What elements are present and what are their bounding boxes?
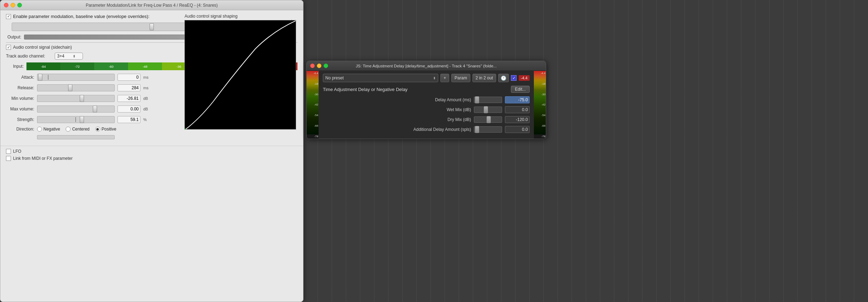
- min-volume-slider[interactable]: [37, 95, 115, 102]
- js-maximize-button[interactable]: [324, 64, 328, 68]
- vu-label-6: -66: [307, 124, 318, 127]
- direction-negative[interactable]: Negative: [37, 127, 60, 132]
- js-content: -4.4 -18 -30 -42 -54 -66 -78 No preset ⬍: [307, 71, 546, 139]
- baseline-slider-thumb[interactable]: [150, 23, 154, 30]
- track-channel-select[interactable]: 3+4 ⬍: [55, 53, 83, 60]
- min-volume-label: Min volume:: [6, 96, 34, 101]
- release-value-input[interactable]: [117, 84, 140, 91]
- wet-mix-input[interactable]: [505, 106, 530, 113]
- preset-arrow-icon: ⬍: [433, 76, 436, 80]
- enable-checkbox[interactable]: ✓: [6, 14, 11, 19]
- additional-slider-thumb[interactable]: [475, 126, 479, 133]
- edit-button[interactable]: Edit...: [511, 86, 530, 93]
- meter-seg-1: -84: [26, 62, 60, 70]
- vu-label-3: -30: [307, 93, 318, 96]
- left-vu-meter: -4.4 -18 -30 -42 -54 -66 -78: [307, 71, 319, 139]
- shaping-svg: [185, 20, 296, 129]
- js-enable-checkbox[interactable]: ✓: [511, 75, 517, 81]
- minimize-button[interactable]: [11, 3, 15, 7]
- direction-centered[interactable]: Centered: [66, 127, 89, 132]
- max-volume-label: Max volume:: [6, 107, 34, 111]
- plugin-title-row: Time Adjustment Delay or Negative Delay …: [323, 86, 530, 93]
- release-label: Release:: [6, 85, 34, 90]
- enable-label: Enable parameter modulation, baseline va…: [13, 14, 150, 19]
- radio-negative[interactable]: [37, 127, 42, 132]
- dry-mix-label: Dry Mix (dB): [323, 117, 471, 122]
- strength-slider[interactable]: [37, 116, 115, 123]
- audio-control-checkbox[interactable]: ✓: [6, 45, 11, 50]
- dry-mix-slider[interactable]: [474, 116, 502, 123]
- attack-slider[interactable]: [37, 74, 115, 81]
- clock-icon: 🕐: [501, 76, 506, 81]
- release-slider[interactable]: [37, 84, 115, 91]
- strength-label: Strength:: [6, 117, 34, 122]
- dry-slider-thumb[interactable]: [487, 116, 491, 123]
- vu-label-top: -4.4: [307, 72, 318, 75]
- direction-options: Negative Centered Positive: [37, 127, 116, 132]
- direction-negative-label: Negative: [43, 127, 60, 132]
- min-volume-value-input[interactable]: [117, 95, 140, 102]
- meter-seg-2: -72: [60, 62, 94, 70]
- close-button[interactable]: [4, 3, 8, 7]
- js-traffic-lights: [310, 64, 328, 68]
- delay-amount-input[interactable]: [505, 96, 530, 103]
- additional-delay-label: Additional Delay Amount (spls): [323, 127, 471, 132]
- level-display: -4.4: [519, 75, 530, 81]
- meter-seg-4: -48: [128, 62, 162, 70]
- radio-centered[interactable]: [66, 127, 71, 132]
- add-button[interactable]: +: [440, 74, 449, 82]
- attack-value-input[interactable]: [117, 74, 140, 81]
- preset-select[interactable]: No preset ⬍: [323, 74, 438, 82]
- param-row-additional: Additional Delay Amount (spls): [323, 126, 530, 133]
- lfo-row: LFO: [6, 149, 297, 154]
- strength-value-input[interactable]: [117, 116, 140, 123]
- max-volume-value-input[interactable]: [117, 105, 140, 113]
- track-channel-value: 3+4: [57, 54, 64, 59]
- strength-marker: [76, 117, 76, 122]
- param-button[interactable]: Param: [451, 74, 470, 82]
- direction-centered-label: Centered: [72, 127, 89, 132]
- max-volume-slider[interactable]: [37, 105, 115, 113]
- traffic-lights: [4, 3, 22, 7]
- dry-mix-input[interactable]: [505, 116, 530, 123]
- link-checkbox[interactable]: [6, 156, 11, 161]
- select-arrow-icon: ⬍: [73, 54, 76, 58]
- wet-mix-slider[interactable]: [474, 107, 502, 113]
- preset-label: No preset: [325, 76, 344, 80]
- delay-amount-slider[interactable]: [474, 97, 502, 103]
- wet-mix-label: Wet Mix (dB): [323, 107, 471, 112]
- vu-label-7: -78: [307, 135, 318, 138]
- right-vu-meter: -4.4 -18 -30 -42 -54 -66 -78: [534, 71, 546, 139]
- io-button[interactable]: 2 in 2 out: [472, 74, 496, 82]
- window-titlebar: Parameter Modulation/Link for Freq-Low P…: [0, 0, 303, 10]
- radio-positive[interactable]: [95, 127, 100, 132]
- strength-thumb[interactable]: [80, 116, 84, 123]
- min-volume-thumb[interactable]: [80, 95, 84, 102]
- param-row-wet: Wet Mix (dB): [323, 106, 530, 113]
- direction-positive[interactable]: Positive: [95, 127, 116, 132]
- delay-amount-label: Delay Amount (ms): [323, 97, 471, 102]
- param-row-delay: Delay Amount (ms): [323, 96, 530, 103]
- additional-delay-input[interactable]: [505, 126, 530, 133]
- attack-thumb[interactable]: [38, 74, 42, 81]
- js-close-button[interactable]: [310, 64, 315, 68]
- vu-label-4: -42: [307, 103, 318, 106]
- lfo-label: LFO: [13, 149, 21, 154]
- wet-slider-thumb[interactable]: [484, 106, 488, 113]
- release-thumb[interactable]: [68, 84, 72, 91]
- maximize-button[interactable]: [17, 3, 22, 7]
- lfo-checkbox[interactable]: [6, 149, 11, 154]
- direction-label: Direction:: [6, 127, 34, 132]
- js-window: JS: Time Adjustment Delay [delay/time_ad…: [306, 61, 546, 139]
- js-main-panel: No preset ⬍ + Param 2 in 2 out 🕐 ✓: [319, 71, 534, 139]
- delay-slider-thumb[interactable]: [475, 96, 479, 103]
- left-vu-labels: -4.4 -18 -30 -42 -54 -66 -78: [307, 71, 319, 139]
- param-modulation-window: Parameter Modulation/Link for Freq-Low P…: [0, 0, 303, 302]
- max-volume-thumb[interactable]: [93, 105, 97, 113]
- additional-delay-slider[interactable]: [474, 126, 502, 133]
- meter-seg-3: -60: [94, 62, 128, 70]
- bottom-slider[interactable]: [37, 135, 115, 139]
- js-titlebar: JS: Time Adjustment Delay [delay/time_ad…: [307, 61, 546, 71]
- clock-button[interactable]: 🕐: [498, 74, 509, 82]
- js-minimize-button[interactable]: [317, 64, 321, 68]
